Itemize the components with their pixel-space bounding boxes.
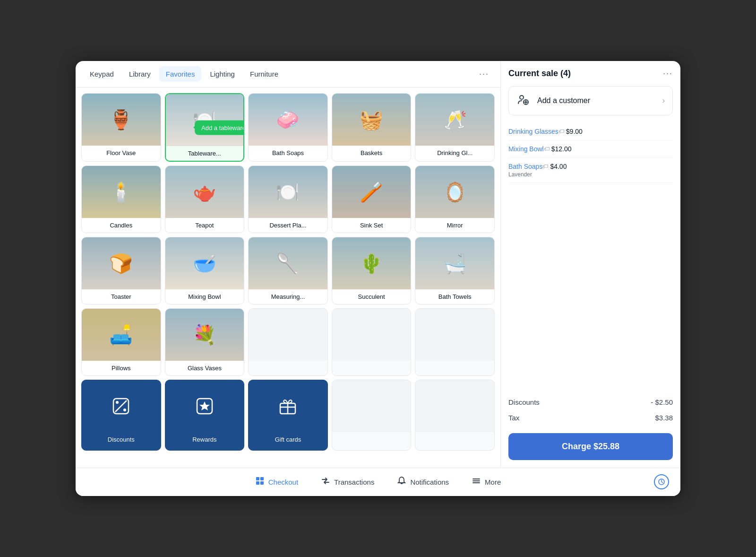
nav-more-label: More bbox=[485, 478, 501, 486]
product-card-mixing-bowl[interactable]: 🥣 Mixing Bowl bbox=[165, 237, 245, 305]
product-card-gift-cards[interactable]: Gift cards bbox=[248, 380, 328, 451]
action-name: Gift cards bbox=[249, 432, 327, 447]
nav-checkout-label: Checkout bbox=[268, 478, 298, 486]
tab-keypad[interactable]: Keypad bbox=[83, 66, 120, 82]
product-name: Mirror bbox=[415, 218, 494, 233]
sale-more-button[interactable]: ··· bbox=[663, 69, 673, 78]
product-card-discounts-action[interactable]: Discounts bbox=[81, 380, 161, 451]
product-name: Mixing Bowl bbox=[165, 289, 244, 304]
product-image: 🫖 bbox=[165, 166, 244, 218]
discounts-icon bbox=[82, 380, 161, 432]
nav-transactions[interactable]: Transactions bbox=[321, 476, 374, 488]
product-image: 🍽️ bbox=[249, 166, 327, 218]
tab-library[interactable]: Library bbox=[122, 66, 157, 82]
product-card-dessert-plates[interactable]: 🍽️ Dessert Pla... bbox=[248, 165, 328, 233]
order-item-bath-soaps[interactable]: Bath Soaps Lavender 🏷 $4.00 bbox=[508, 158, 673, 183]
add-customer-label: Add a customer bbox=[537, 96, 657, 105]
tax-label: Tax bbox=[508, 414, 519, 422]
menu-icon bbox=[472, 476, 481, 488]
product-card-rewards[interactable]: Rewards bbox=[165, 380, 245, 451]
product-card-bath-towels[interactable]: 🛁 Bath Towels bbox=[415, 237, 495, 305]
price-tag-icon: 🏷 bbox=[542, 163, 548, 170]
nav-checkout[interactable]: Checkout bbox=[255, 476, 298, 488]
product-card-succulent[interactable]: 🌵 Succulent bbox=[332, 237, 412, 305]
product-name: Sink Set bbox=[332, 218, 411, 233]
nav-notifications[interactable]: Notifications bbox=[397, 476, 449, 488]
action-name: Rewards bbox=[165, 432, 244, 447]
product-card-tableware[interactable]: 🍽️ Tableware... Add a tableware set to t… bbox=[165, 93, 245, 162]
product-card-pillows[interactable]: 🛋️ Pillows bbox=[81, 308, 161, 376]
tab-more-button[interactable]: ··· bbox=[475, 67, 493, 81]
bell-icon bbox=[397, 476, 406, 488]
item-price: 🏷 $12.00 bbox=[544, 145, 572, 153]
charge-button[interactable]: Charge $25.88 bbox=[508, 433, 673, 460]
item-subtitle: Lavender bbox=[508, 171, 542, 178]
tab-lighting[interactable]: Lighting bbox=[203, 66, 241, 82]
product-image: 🪥 bbox=[332, 166, 411, 218]
product-card-measuring[interactable]: 🥄 Measuring... bbox=[248, 237, 328, 305]
product-card-mirror[interactable]: 🪞 Mirror bbox=[415, 165, 495, 233]
chevron-right-icon: › bbox=[662, 96, 665, 105]
product-image: 💐 bbox=[165, 309, 244, 361]
order-items-list: Drinking Glasses 🏷 $9.00 Mixing Bowl 🏷 $… bbox=[508, 123, 673, 391]
bottom-nav: Checkout Transactions bbox=[76, 468, 680, 496]
order-item-drinking-glasses[interactable]: Drinking Glasses 🏷 $9.00 bbox=[508, 123, 673, 140]
product-name: Bath Soaps bbox=[249, 146, 327, 160]
clock-button[interactable] bbox=[654, 474, 669, 489]
tab-furniture[interactable]: Furniture bbox=[243, 66, 285, 82]
product-image: 🍽️ bbox=[166, 94, 244, 146]
product-card-candles[interactable]: 🕯️ Candles bbox=[81, 165, 161, 233]
discounts-amount: - $2.50 bbox=[651, 398, 673, 406]
product-grid: 🏺 Floor Vase 🍽️ Tableware... Add a table… bbox=[81, 93, 495, 451]
nav-transactions-label: Transactions bbox=[334, 478, 374, 486]
main-area: Keypad Library Favorites Lighting Furnit… bbox=[76, 61, 680, 468]
checkout-icon bbox=[255, 476, 265, 488]
price-tag-icon: 🏷 bbox=[558, 128, 564, 135]
order-item-mixing-bowl[interactable]: Mixing Bowl 🏷 $12.00 bbox=[508, 140, 673, 158]
product-image: 🌵 bbox=[332, 237, 411, 289]
discounts-label: Discounts bbox=[508, 398, 540, 406]
product-name: Teapot bbox=[165, 218, 244, 233]
nav-notifications-label: Notifications bbox=[410, 478, 449, 486]
product-card-floor-vase[interactable]: 🏺 Floor Vase bbox=[81, 93, 161, 162]
product-card-empty-action-1 bbox=[332, 380, 412, 451]
action-name: Discounts bbox=[82, 432, 161, 447]
product-image: 🥣 bbox=[165, 237, 244, 289]
product-name: Pillows bbox=[82, 361, 161, 375]
tax-amount: $3.38 bbox=[655, 414, 673, 422]
product-card-teapot[interactable]: 🫖 Teapot bbox=[165, 165, 245, 233]
app-container: Keypad Library Favorites Lighting Furnit… bbox=[76, 61, 680, 496]
product-image: 🛋️ bbox=[82, 309, 161, 361]
product-name: Candles bbox=[82, 218, 161, 233]
product-card-drinking-glasses[interactable]: 🥂 Drinking Gl... bbox=[415, 93, 495, 162]
product-name: Glass Vases bbox=[165, 361, 244, 375]
product-name: Dessert Pla... bbox=[249, 218, 327, 233]
right-panel: Current sale (4) ··· Add a customer › bbox=[501, 61, 680, 468]
item-price: 🏷 $9.00 bbox=[558, 128, 583, 135]
product-card-baskets[interactable]: 🧺 Baskets bbox=[332, 93, 412, 162]
product-name: Bath Towels bbox=[415, 289, 494, 304]
product-card-toaster[interactable]: 🍞 Toaster bbox=[81, 237, 161, 305]
product-card-sink-set[interactable]: 🪥 Sink Set bbox=[332, 165, 412, 233]
product-image: 🛁 bbox=[415, 237, 494, 289]
product-image: 🧼 bbox=[249, 94, 327, 146]
product-name: Tableware... bbox=[166, 146, 244, 161]
tab-bar: Keypad Library Favorites Lighting Furnit… bbox=[76, 61, 500, 87]
transactions-icon bbox=[321, 476, 330, 488]
product-name: Measuring... bbox=[249, 289, 327, 304]
product-name: Succulent bbox=[332, 289, 411, 304]
tab-favorites[interactable]: Favorites bbox=[159, 66, 202, 82]
rewards-icon bbox=[165, 380, 244, 432]
product-card-glass-vases[interactable]: 💐 Glass Vases bbox=[165, 308, 245, 376]
product-card-empty-1 bbox=[248, 308, 328, 376]
product-image: 🥂 bbox=[415, 94, 494, 146]
add-customer-button[interactable]: Add a customer › bbox=[508, 86, 673, 115]
nav-more[interactable]: More bbox=[472, 476, 501, 488]
product-card-bath-soaps[interactable]: 🧼 Bath Soaps bbox=[248, 93, 328, 162]
svg-marker-5 bbox=[199, 401, 210, 410]
svg-rect-14 bbox=[260, 477, 264, 480]
item-name: Bath Soaps bbox=[508, 163, 542, 170]
product-name: Toaster bbox=[82, 289, 161, 304]
product-image: 🧺 bbox=[332, 94, 411, 146]
svg-point-9 bbox=[520, 96, 524, 99]
